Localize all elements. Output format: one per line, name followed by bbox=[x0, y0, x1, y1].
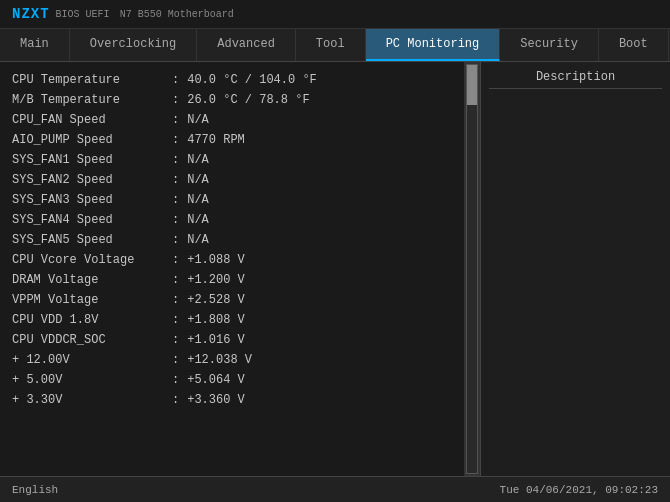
row-label: M/B Temperature bbox=[12, 93, 172, 107]
table-row: + 12.00V:+12.038 V bbox=[12, 350, 452, 370]
row-separator: : bbox=[172, 393, 179, 407]
row-label: CPU Vcore Voltage bbox=[12, 253, 172, 267]
nav-tab-security[interactable]: Security bbox=[500, 29, 599, 61]
row-value: N/A bbox=[187, 213, 209, 227]
monitoring-table: CPU Temperature:40.0 °C / 104.0 °FM/B Te… bbox=[12, 70, 452, 410]
row-separator: : bbox=[172, 153, 179, 167]
table-row: CPU VDD 1.8V:+1.808 V bbox=[12, 310, 452, 330]
table-row: SYS_FAN4 Speed:N/A bbox=[12, 210, 452, 230]
row-separator: : bbox=[172, 293, 179, 307]
table-row: VPPM Voltage:+2.528 V bbox=[12, 290, 452, 310]
bios-label: BIOS UEFI bbox=[56, 9, 110, 20]
row-separator: : bbox=[172, 113, 179, 127]
logo-area: NZXT BIOS UEFI N7 B550 Motherboard bbox=[12, 6, 234, 22]
table-row: CPU Temperature:40.0 °C / 104.0 °F bbox=[12, 70, 452, 90]
nav-tab-overclocking[interactable]: Overclocking bbox=[70, 29, 197, 61]
row-value: 40.0 °C / 104.0 °F bbox=[187, 73, 317, 87]
row-value: +12.038 V bbox=[187, 353, 252, 367]
scrollbar-track[interactable] bbox=[466, 64, 478, 474]
table-row: CPU VDDCR_SOC:+1.016 V bbox=[12, 330, 452, 350]
status-language: English bbox=[12, 484, 58, 496]
row-value: +1.088 V bbox=[187, 253, 245, 267]
row-separator: : bbox=[172, 173, 179, 187]
row-separator: : bbox=[172, 313, 179, 327]
row-label: SYS_FAN3 Speed bbox=[12, 193, 172, 207]
row-value: N/A bbox=[187, 173, 209, 187]
row-value: N/A bbox=[187, 113, 209, 127]
motherboard-label: N7 B550 Motherboard bbox=[120, 9, 234, 20]
description-panel: Description bbox=[480, 62, 670, 476]
top-bar: NZXT BIOS UEFI N7 B550 Motherboard bbox=[0, 0, 670, 29]
nav-tab-main[interactable]: Main bbox=[0, 29, 70, 61]
row-label: + 3.30V bbox=[12, 393, 172, 407]
row-separator: : bbox=[172, 353, 179, 367]
row-separator: : bbox=[172, 193, 179, 207]
scrollbar-thumb[interactable] bbox=[467, 65, 477, 105]
row-label: + 5.00V bbox=[12, 373, 172, 387]
table-row: SYS_FAN2 Speed:N/A bbox=[12, 170, 452, 190]
row-label: AIO_PUMP Speed bbox=[12, 133, 172, 147]
table-row: CPU_FAN Speed:N/A bbox=[12, 110, 452, 130]
main-content: CPU Temperature:40.0 °C / 104.0 °FM/B Te… bbox=[0, 62, 670, 476]
row-label: SYS_FAN2 Speed bbox=[12, 173, 172, 187]
row-value: +1.200 V bbox=[187, 273, 245, 287]
table-row: M/B Temperature:26.0 °C / 78.8 °F bbox=[12, 90, 452, 110]
row-separator: : bbox=[172, 233, 179, 247]
row-label: CPU Temperature bbox=[12, 73, 172, 87]
nzxt-logo: NZXT bbox=[12, 6, 50, 22]
table-row: SYS_FAN3 Speed:N/A bbox=[12, 190, 452, 210]
row-value: N/A bbox=[187, 193, 209, 207]
status-bar: English Tue 04/06/2021, 09:02:23 bbox=[0, 476, 670, 502]
row-value: 26.0 °C / 78.8 °F bbox=[187, 93, 309, 107]
row-separator: : bbox=[172, 133, 179, 147]
table-row: DRAM Voltage:+1.200 V bbox=[12, 270, 452, 290]
row-value: +1.016 V bbox=[187, 333, 245, 347]
description-header: Description bbox=[489, 70, 662, 89]
table-row: CPU Vcore Voltage:+1.088 V bbox=[12, 250, 452, 270]
row-value: 4770 RPM bbox=[187, 133, 245, 147]
row-value: +1.808 V bbox=[187, 313, 245, 327]
row-value: +3.360 V bbox=[187, 393, 245, 407]
nav-tab-pc-monitoring[interactable]: PC Monitoring bbox=[366, 29, 501, 61]
nav-tab-advanced[interactable]: Advanced bbox=[197, 29, 296, 61]
row-label: CPU_FAN Speed bbox=[12, 113, 172, 127]
row-separator: : bbox=[172, 273, 179, 287]
table-row: + 5.00V:+5.064 V bbox=[12, 370, 452, 390]
row-value: N/A bbox=[187, 233, 209, 247]
scrollbar[interactable] bbox=[464, 62, 480, 476]
row-label: + 12.00V bbox=[12, 353, 172, 367]
row-label: CPU VDDCR_SOC bbox=[12, 333, 172, 347]
row-label: SYS_FAN5 Speed bbox=[12, 233, 172, 247]
row-separator: : bbox=[172, 93, 179, 107]
row-separator: : bbox=[172, 333, 179, 347]
data-panel: CPU Temperature:40.0 °C / 104.0 °FM/B Te… bbox=[0, 62, 464, 476]
row-value: +2.528 V bbox=[187, 293, 245, 307]
row-separator: : bbox=[172, 73, 179, 87]
table-row: + 3.30V:+3.360 V bbox=[12, 390, 452, 410]
row-separator: : bbox=[172, 253, 179, 267]
row-label: VPPM Voltage bbox=[12, 293, 172, 307]
row-separator: : bbox=[172, 373, 179, 387]
row-separator: : bbox=[172, 213, 179, 227]
status-datetime: Tue 04/06/2021, 09:02:23 bbox=[500, 484, 658, 496]
table-row: SYS_FAN5 Speed:N/A bbox=[12, 230, 452, 250]
nav-tabs: MainOverclockingAdvancedToolPC Monitorin… bbox=[0, 29, 670, 62]
row-label: DRAM Voltage bbox=[12, 273, 172, 287]
table-row: AIO_PUMP Speed:4770 RPM bbox=[12, 130, 452, 150]
row-label: CPU VDD 1.8V bbox=[12, 313, 172, 327]
row-value: N/A bbox=[187, 153, 209, 167]
row-label: SYS_FAN4 Speed bbox=[12, 213, 172, 227]
table-row: SYS_FAN1 Speed:N/A bbox=[12, 150, 452, 170]
row-value: +5.064 V bbox=[187, 373, 245, 387]
row-label: SYS_FAN1 Speed bbox=[12, 153, 172, 167]
nav-tab-boot[interactable]: Boot bbox=[599, 29, 669, 61]
nav-tab-tool[interactable]: Tool bbox=[296, 29, 366, 61]
